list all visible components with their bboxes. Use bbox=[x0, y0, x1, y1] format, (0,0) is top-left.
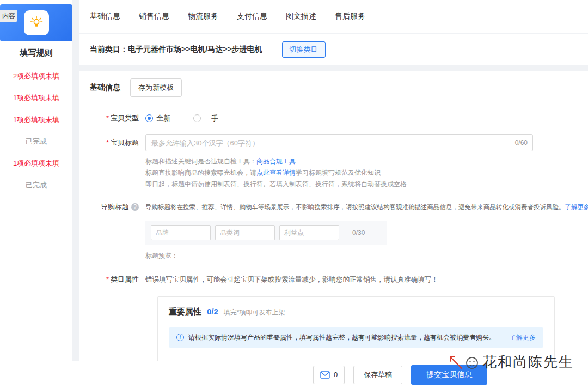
tip-line-2: 标题直接影响商品的搜索曝光机会，请点此查看详情学习标题填写规范及优化知识 bbox=[145, 167, 588, 179]
guide-char-counter: 0/30 bbox=[352, 229, 365, 237]
important-attributes-progress: 0/2 bbox=[207, 307, 218, 316]
lightbulb-icon bbox=[24, 10, 49, 35]
guide-title-desc: 导购标题将在搜索、推荐、详情、购物车等场景展示，不影响搜索排序，请按照建议结构客… bbox=[145, 199, 588, 215]
save-draft-button[interactable]: 保存草稿 bbox=[353, 366, 402, 384]
title-preview-label: 标题预览： bbox=[145, 251, 588, 260]
radio-used-dot bbox=[193, 114, 201, 122]
category-attr-row: * 类目属性 错误填写宝贝属性，可能会引起宝贝下架或搜索流量减少，影响您的正常销… bbox=[90, 271, 588, 288]
sidebar-status-item[interactable]: 已完成 bbox=[0, 131, 72, 153]
tip-line-3: 即日起，标题中请勿使用制表符、换行符。若填入制表符、换行符，系统将自动替换成空格 bbox=[145, 179, 588, 190]
title-char-counter: 0/60 bbox=[515, 134, 528, 151]
banner-text: 请根据实际情况填写产品的重要属性，填写属性越完整，越有可能影响搜索流量，越有机会… bbox=[188, 333, 495, 342]
guide-brand-input[interactable] bbox=[151, 225, 211, 240]
category-attr-label: * 类目属性 bbox=[90, 271, 145, 288]
tab-after-sales[interactable]: 售后服务 bbox=[335, 11, 365, 21]
sidebar-status-item[interactable]: 1项必填项未填 bbox=[0, 87, 72, 109]
important-attributes-hint: 填完*项即可发布上架 bbox=[224, 308, 285, 317]
tip-line-1: 标题和描述关键词是否违规自检工具：商品合规工具 bbox=[145, 156, 588, 167]
switch-category-button[interactable]: 切换类目 bbox=[282, 41, 326, 58]
important-attributes-header: 重要属性 0/2 填完*项即可发布上架 bbox=[169, 307, 543, 317]
footer-action-bar: 0 保存草稿 提交宝贝信息 bbox=[0, 361, 588, 388]
radio-used[interactable]: 二手 bbox=[193, 113, 218, 123]
guide-title-row: 导购标题 ? 导购标题将在搜索、推荐、详情、购物车等场景展示，不影响搜索排序，请… bbox=[90, 199, 588, 215]
compliance-tool-link[interactable]: 商品合规工具 bbox=[256, 157, 296, 165]
info-icon: i bbox=[176, 334, 184, 341]
radio-new[interactable]: 全新 bbox=[145, 113, 170, 123]
tab-sales-info[interactable]: 销售信息 bbox=[139, 11, 169, 21]
section-header: 基础信息 存为新模板 bbox=[90, 78, 588, 97]
sidebar: 内容 填写规则 2项必填项未填 1项必填项未填 1项必填项未填 已完成 1项必填… bbox=[0, 0, 72, 388]
section-title[interactable]: 基础信息 bbox=[90, 83, 120, 93]
product-publish-page: 内容 填写规则 2项必填项未填 1项必填项未填 1项必填项未填 已完成 1项必填… bbox=[0, 0, 588, 388]
tab-logistics[interactable]: 物流服务 bbox=[188, 11, 218, 21]
sidebar-title: 填写规则 bbox=[0, 48, 72, 64]
sidebar-status-item[interactable]: 1项必填项未填 bbox=[0, 109, 72, 131]
tab-description[interactable]: 图文描述 bbox=[286, 11, 316, 21]
important-attributes-title: 重要属性 bbox=[169, 307, 201, 317]
submit-item-button[interactable]: 提交宝贝信息 bbox=[411, 365, 487, 385]
envelope-icon bbox=[320, 371, 330, 379]
message-count: 0 bbox=[334, 371, 338, 379]
item-title-label: * 宝贝标题 bbox=[90, 134, 145, 151]
sidebar-status-item[interactable]: 1项必填项未填 bbox=[0, 153, 72, 174]
banner-learn-more-link[interactable]: 了解更多 bbox=[510, 333, 536, 342]
sidebar-status-item[interactable]: 已完成 bbox=[0, 174, 72, 196]
guide-benefit-input[interactable] bbox=[279, 225, 339, 240]
sidebar-status-list: 2项必填项未填 1项必填项未填 1项必填项未填 已完成 1项必填项未填 已完成 bbox=[0, 65, 72, 196]
title-tips: 标题和描述关键词是否违规自检工具：商品合规工具 标题直接影响商品的搜索曝光机会，… bbox=[145, 156, 588, 190]
guide-category-word-input[interactable] bbox=[215, 225, 275, 240]
view-details-link[interactable]: 点此查看详情 bbox=[256, 169, 296, 177]
required-mark: * bbox=[106, 271, 109, 288]
basic-info-panel: 基础信息 存为新模板 * 宝贝类型 全新 二手 * 宝贝标题 bbox=[79, 71, 588, 361]
guide-title-label: 导购标题 ? bbox=[90, 199, 145, 215]
sidebar-status-item[interactable]: 2项必填项未填 bbox=[0, 65, 72, 87]
category-bar: 当前类目：电子元器件市场>>电机/马达>>步进电机 切换类目 bbox=[79, 34, 588, 65]
top-nav: 基础信息 销售信息 物流服务 支付信息 图文描述 售后服务 bbox=[79, 0, 588, 33]
required-mark: * bbox=[106, 110, 109, 126]
item-title-input-wrap: 0/60 bbox=[145, 134, 533, 151]
radio-new-label: 全新 bbox=[156, 113, 170, 123]
item-type-row: * 宝贝类型 全新 二手 bbox=[90, 110, 588, 126]
radio-new-dot bbox=[145, 114, 153, 122]
required-mark: * bbox=[106, 135, 109, 151]
guide-title-inputs: 0/30 bbox=[145, 221, 387, 245]
save-as-template-button[interactable]: 存为新模板 bbox=[130, 78, 182, 97]
radio-used-label: 二手 bbox=[204, 113, 218, 123]
guide-learn-more-link[interactable]: 了解更多 bbox=[565, 204, 588, 210]
content-tab[interactable]: 内容 bbox=[0, 10, 17, 22]
message-counter[interactable]: 0 bbox=[313, 366, 345, 384]
item-title-row: * 宝贝标题 0/60 bbox=[90, 134, 588, 151]
category-attr-warning: 错误填写宝贝属性，可能会引起宝贝下架或搜索流量减少，影响您的正常销售，请认真准确… bbox=[145, 271, 438, 288]
tab-basic-info[interactable]: 基础信息 bbox=[90, 11, 120, 21]
item-type-label: * 宝贝类型 bbox=[90, 110, 145, 126]
current-category-breadcrumb: 当前类目：电子元器件市场>>电机/马达>>步进电机 bbox=[90, 45, 262, 54]
item-title-input[interactable] bbox=[145, 134, 533, 151]
tab-payment[interactable]: 支付信息 bbox=[237, 11, 267, 21]
important-attributes-box: 重要属性 0/2 填完*项即可发布上架 i 请根据实际情况填写产品的重要属性，填… bbox=[157, 296, 555, 361]
important-attributes-banner: i 请根据实际情况填写产品的重要属性，填写属性越完整，越有可能影响搜索流量，越有… bbox=[169, 327, 543, 348]
help-icon[interactable]: ? bbox=[131, 203, 139, 211]
